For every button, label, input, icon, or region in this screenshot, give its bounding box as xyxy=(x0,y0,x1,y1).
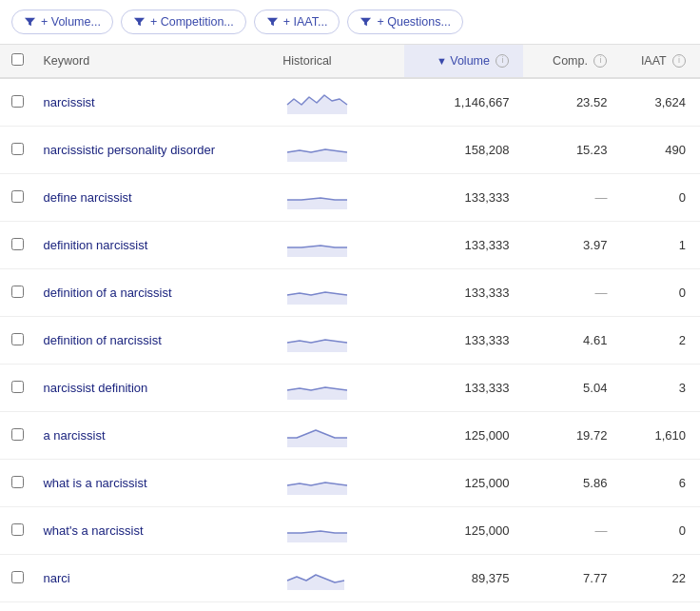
row-checkbox[interactable] xyxy=(11,381,24,393)
comp-value: 5.04 xyxy=(583,381,607,395)
comp-value: 3.97 xyxy=(583,238,607,252)
filter-iaat-btn[interactable]: + IAAT... xyxy=(254,10,340,34)
comp-dash: — xyxy=(594,523,607,538)
filter-icon xyxy=(24,16,36,29)
iaat-cell: 1 xyxy=(621,222,700,269)
keyword-cell: what is a narcissist xyxy=(33,460,273,507)
row-checkbox[interactable] xyxy=(11,95,24,108)
row-checkbox-cell xyxy=(0,127,33,174)
header-volume[interactable]: ▼ Volume i xyxy=(404,45,524,78)
volume-info-icon[interactable]: i xyxy=(496,54,509,68)
row-checkbox[interactable] xyxy=(11,143,24,155)
comp-cell: 19.72 xyxy=(523,412,621,460)
row-checkbox[interactable] xyxy=(11,571,24,583)
keyword-cell: definition of narcissist xyxy=(33,317,273,365)
historical-cell xyxy=(273,365,403,412)
table-row: meaning of narcissist 88,125 — 0 xyxy=(0,602,700,612)
iaat-cell: 0 xyxy=(621,174,700,222)
comp-value: 4.61 xyxy=(583,333,607,347)
iaat-col-label: IAAT xyxy=(641,54,667,68)
filter-questions-btn[interactable]: + Questions... xyxy=(347,10,462,34)
keyword-cell: narci xyxy=(33,555,273,602)
keyword-cell: meaning of narcissist xyxy=(33,602,273,612)
comp-cell: 3.97 xyxy=(523,222,621,269)
keyword-cell: define narcissist xyxy=(33,174,273,222)
iaat-cell: 0 xyxy=(621,602,700,612)
table-row: what's a narcissist 125,000 — 0 xyxy=(0,507,700,555)
iaat-cell: 490 xyxy=(621,127,700,174)
iaat-cell: 2 xyxy=(621,317,700,365)
comp-cell: 23.52 xyxy=(523,78,621,127)
row-checkbox[interactable] xyxy=(11,190,24,203)
historical-cell xyxy=(273,78,403,127)
row-checkbox[interactable] xyxy=(11,333,24,345)
iaat-info-icon[interactable]: i xyxy=(672,54,686,68)
filter-competition-btn[interactable]: + Competition... xyxy=(121,10,246,34)
row-checkbox[interactable] xyxy=(11,476,24,488)
table-row: define narcissist 133,333 — 0 xyxy=(0,174,700,222)
historical-cell xyxy=(273,127,403,174)
header-historical[interactable]: Historical xyxy=(273,45,403,78)
comp-cell: 7.77 xyxy=(523,555,621,602)
row-checkbox-cell xyxy=(0,78,33,127)
comp-value: 15.23 xyxy=(576,143,608,157)
table-row: narcissist definition 133,333 5.04 3 xyxy=(0,365,700,412)
volume-cell: 133,333 xyxy=(404,317,524,365)
comp-cell: — xyxy=(523,174,621,222)
keyword-cell: definition narcissist xyxy=(33,222,273,269)
keyword-cell: what's a narcissist xyxy=(33,507,273,555)
filter-questions-label: + Questions... xyxy=(377,15,450,29)
comp-cell: 15.23 xyxy=(523,127,621,174)
table-row: definition of a narcissist 133,333 — 0 xyxy=(0,269,700,317)
iaat-cell: 0 xyxy=(621,269,700,317)
keyword-cell: a narcissist xyxy=(33,412,273,460)
historical-col-label: Historical xyxy=(282,54,331,68)
header-keyword[interactable]: Keyword xyxy=(33,45,273,78)
keyword-col-label: Keyword xyxy=(43,54,89,68)
volume-cell: 158,208 xyxy=(404,127,524,174)
row-checkbox[interactable] xyxy=(11,523,24,536)
row-checkbox[interactable] xyxy=(11,428,24,441)
table-header-row: Keyword Historical ▼ Volume i Comp. i IA… xyxy=(0,45,700,78)
comp-value: 5.86 xyxy=(583,476,607,490)
filter-iaat-label: + IAAT... xyxy=(283,15,328,29)
row-checkbox-cell xyxy=(0,460,33,507)
header-comp[interactable]: Comp. i xyxy=(523,45,621,78)
table-row: definition of narcissist 133,333 4.61 2 xyxy=(0,317,700,365)
filter-competition-label: + Competition... xyxy=(150,15,234,29)
row-checkbox[interactable] xyxy=(11,238,24,250)
iaat-cell: 0 xyxy=(621,507,700,555)
keyword-cell: narcissistic personality disorder xyxy=(33,127,273,174)
table-row: definition narcissist 133,333 3.97 1 xyxy=(0,222,700,269)
volume-cell: 1,146,667 xyxy=(404,78,524,127)
comp-dash: — xyxy=(594,286,607,300)
volume-col-label: Volume xyxy=(450,54,490,68)
historical-cell xyxy=(273,460,403,507)
volume-cell: 133,333 xyxy=(404,365,524,412)
row-checkbox[interactable] xyxy=(11,286,24,298)
header-iaat[interactable]: IAAT i xyxy=(621,45,700,78)
table-row: a narcissist 125,000 19.72 1,610 xyxy=(0,412,700,460)
iaat-cell: 3 xyxy=(621,365,700,412)
comp-value: 23.52 xyxy=(576,95,608,109)
table-row: narcissist 1,146,667 23.52 3,624 xyxy=(0,78,700,127)
table-row: narci 89,375 7.77 22 xyxy=(0,555,700,602)
keyword-table-container: Keyword Historical ▼ Volume i Comp. i IA… xyxy=(0,45,700,611)
filter-icon xyxy=(133,16,146,29)
keyword-table: Keyword Historical ▼ Volume i Comp. i IA… xyxy=(0,45,700,611)
row-checkbox-cell xyxy=(0,555,33,602)
iaat-cell: 22 xyxy=(621,555,700,602)
sort-down-icon: ▼ xyxy=(437,55,447,67)
historical-cell xyxy=(273,602,403,612)
comp-cell: 5.86 xyxy=(523,460,621,507)
filter-volume-btn[interactable]: + Volume... xyxy=(11,10,113,34)
volume-cell: 89,375 xyxy=(404,555,524,602)
row-checkbox-cell xyxy=(0,602,33,612)
iaat-cell: 3,624 xyxy=(621,78,700,127)
historical-cell xyxy=(273,555,403,602)
select-all-checkbox[interactable] xyxy=(11,53,24,66)
row-checkbox-cell xyxy=(0,174,33,222)
historical-cell xyxy=(273,174,403,222)
row-checkbox-cell xyxy=(0,412,33,460)
comp-info-icon[interactable]: i xyxy=(593,54,607,68)
